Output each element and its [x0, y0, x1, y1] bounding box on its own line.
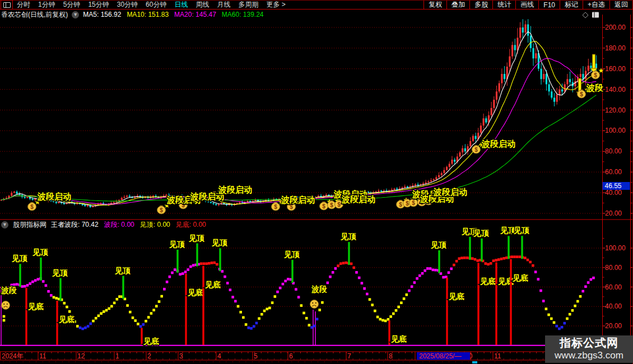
svg-text:$: $	[399, 202, 402, 208]
svg-text:$: $	[322, 203, 325, 209]
svg-text:见底: 见底	[204, 280, 221, 289]
svg-text:见顶: 见顶	[513, 226, 529, 235]
svg-text:40.00: 40.00	[605, 302, 622, 310]
menu-5[interactable]: F10	[538, 1, 560, 9]
menu-1[interactable]: 叠加	[446, 1, 469, 9]
svg-text:$: $	[290, 204, 293, 210]
main-signals: $★$★$★$★$★$★$★$★$★$★$★$★$★$★$★$★$★波段启动波段…	[28, 54, 604, 214]
menu-8[interactable]: 返回	[609, 1, 633, 9]
chart-canvas[interactable]: 200.00180.00160.00140.00120.00100.0080.0…	[0, 0, 633, 364]
menu-6[interactable]: 标记	[560, 1, 583, 9]
chevron-down-icon[interactable]: ▼	[72, 11, 79, 18]
svg-text:180.00: 180.00	[605, 44, 626, 52]
svg-text:2024年: 2024年	[2, 352, 24, 360]
svg-text:$: $	[406, 200, 409, 207]
tab-2[interactable]: 5分钟	[63, 0, 81, 10]
ma-label-3: MA60: 139.24	[222, 11, 264, 18]
ma-lines	[1, 31, 596, 206]
svg-text:见底: 见底	[512, 273, 528, 282]
tab-1[interactable]: 1分钟	[38, 0, 55, 10]
svg-text:见顶: 见顶	[32, 248, 48, 256]
menu-0[interactable]: 复权	[423, 1, 446, 9]
svg-text:见底: 见底	[448, 292, 464, 301]
svg-text:160.00: 160.00	[605, 65, 626, 73]
svg-text:11: 11	[494, 352, 501, 360]
chart-corner-icons[interactable]	[583, 12, 599, 18]
svg-text:见顶: 见顶	[188, 234, 204, 242]
ma-label-1: MA10: 151.83	[127, 11, 169, 18]
svg-text:8: 8	[389, 352, 393, 360]
indicator-value-3: 见底: 0.00	[176, 220, 206, 230]
svg-text:波段启动: 波段启动	[481, 139, 515, 148]
svg-text:波段启动: 波段启动	[37, 192, 71, 201]
svg-text:波段启动: 波段启动	[281, 195, 315, 204]
indicator-value-0: 王者波段: 70.42	[51, 220, 99, 230]
tab-10[interactable]: 更多 >	[266, 0, 285, 10]
svg-text:$: $	[274, 204, 277, 210]
svg-text:$: $	[330, 202, 333, 208]
top-toolbar: 分时1分钟5分钟15分钟30分钟60分钟日线周线月线多周期更多 > 复权叠加多股…	[0, 0, 633, 10]
svg-text:6: 6	[289, 352, 293, 360]
indicator-values: 王者波段: 70.42波段: 0.00见顶: 0.00见底: 0.00	[51, 220, 206, 230]
indicator-header: ▼ 股朋指标网 王者波段: 70.42波段: 0.00见顶: 0.00见底: 0…	[1, 221, 206, 229]
svg-text:见顶: 见顶	[340, 232, 356, 241]
svg-text:20.00: 20.00	[605, 209, 622, 217]
indicator-value-1: 波段: 0.00	[104, 220, 134, 230]
svg-text:见底: 见底	[58, 315, 75, 324]
svg-text:120.00: 120.00	[605, 106, 626, 114]
tab-7[interactable]: 周线	[196, 0, 209, 10]
indicator-value-2: 见顶: 0.00	[140, 220, 170, 230]
tab-3[interactable]: 15分钟	[88, 0, 109, 10]
tdx-stock-app: { "toolbar": { "tabs": [ {"label":"分时","…	[0, 0, 633, 364]
svg-text:$: $	[30, 204, 34, 210]
svg-text:1: 1	[115, 352, 119, 360]
svg-text:见底: 见底	[27, 302, 44, 311]
tab-9[interactable]: 多周期	[238, 0, 258, 10]
svg-text:3: 3	[179, 352, 183, 360]
svg-text:7: 7	[347, 352, 351, 360]
svg-text:2025/08/25/—: 2025/08/25/—	[419, 352, 461, 360]
svg-text:2: 2	[147, 352, 151, 360]
svg-text:波段启动: 波段启动	[218, 185, 252, 194]
svg-text:80.00: 80.00	[605, 147, 622, 155]
svg-text:见顶: 见顶	[430, 240, 446, 249]
tab-6[interactable]: 日线	[174, 0, 188, 10]
sad-face-icon	[310, 300, 319, 309]
svg-text:见顶: 见顶	[283, 250, 300, 259]
tab-5[interactable]: 60分钟	[146, 0, 166, 10]
candlestick-series[interactable]	[0, 19, 597, 208]
diamond-icon	[583, 12, 588, 18]
menu-7[interactable]: +自选	[583, 1, 609, 9]
period-tabs: 分时1分钟5分钟15分钟30分钟60分钟日线周线月线多周期更多 >	[13, 0, 290, 10]
last-price-tag: 46.55	[603, 182, 630, 190]
chevron-down-icon[interactable]: ▼	[1, 221, 8, 228]
window-split-icon	[3, 2, 11, 8]
tab-4[interactable]: 30分钟	[117, 0, 138, 10]
svg-text:波段: 波段	[1, 286, 17, 295]
menu-4[interactable]: 画线	[515, 1, 538, 9]
svg-text:见底: 见底	[390, 334, 407, 343]
menu-3[interactable]: 统计	[492, 1, 515, 9]
svg-text:80.00: 80.00	[605, 264, 622, 272]
svg-text:见底: 见底	[187, 288, 203, 297]
svg-text:见顶: 见顶	[169, 240, 185, 249]
svg-text:见顶: 见顶	[114, 266, 131, 275]
svg-text:12: 12	[77, 352, 85, 360]
tab-8[interactable]: 月线	[217, 0, 230, 10]
tab-0[interactable]: 分时	[17, 0, 30, 10]
info-bar: 香农芯创(日线,前复权) ▼ MA5: 156.92MA10: 151.83MA…	[1, 10, 264, 19]
svg-text:11: 11	[39, 352, 46, 360]
svg-text:200.00: 200.00	[605, 24, 626, 31]
svg-text:46.55: 46.55	[605, 182, 622, 190]
svg-text:140.00: 140.00	[605, 86, 626, 94]
menu-2[interactable]: 多股	[469, 1, 492, 9]
symbol-title: 香农芯创(日线,前复权)	[1, 10, 68, 20]
svg-text:$: $	[580, 91, 583, 97]
layout-button[interactable]	[1, 0, 13, 10]
svg-text:60.00: 60.00	[605, 168, 622, 176]
bottom-signal-lines: 见底见底见底见底见底见底见底见底见底见底	[26, 259, 528, 346]
svg-text:见顶: 见顶	[473, 228, 489, 237]
right-menu: 复权叠加多股统计画线F10标记+自选返回	[423, 1, 633, 9]
ma-label-2: MA20: 145.47	[174, 11, 216, 18]
svg-text:$: $	[594, 72, 597, 78]
